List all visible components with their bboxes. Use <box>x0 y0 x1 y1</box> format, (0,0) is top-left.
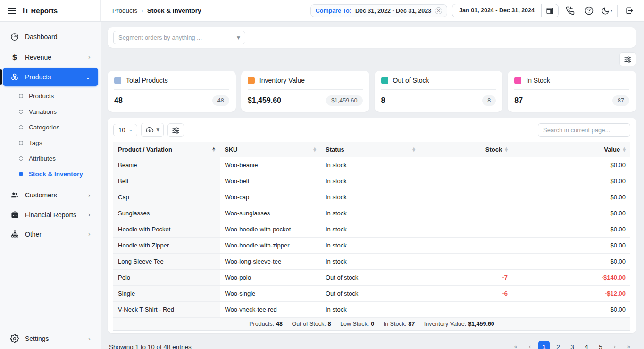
pagination-page-4[interactable]: 4 <box>581 341 592 349</box>
table-columns-button[interactable] <box>167 123 184 137</box>
pagination-first[interactable]: « <box>510 341 521 349</box>
sidebar-subitem-variations[interactable]: Variations <box>0 104 101 119</box>
segment-placeholder: Segment orders by anything ... <box>118 34 202 41</box>
column-header-product[interactable]: Product / Variation▲▼ <box>113 142 220 157</box>
cell-sku: Woo-sunglasses <box>220 205 321 221</box>
subitem-label: Categories <box>29 124 59 131</box>
cell-product: Polo <box>113 270 220 286</box>
cell-status: Out of stock <box>321 286 420 302</box>
export-button[interactable]: ▼ <box>141 123 164 137</box>
compare-clear-icon[interactable]: ✕ <box>435 7 442 14</box>
bullet-icon <box>19 94 23 98</box>
chevron-right-icon: › <box>88 53 91 60</box>
column-header-stock[interactable]: Stock▲▼ <box>420 142 512 157</box>
table-row[interactable]: Hoodie with Pocket Woo-hoodie-with-pocke… <box>113 221 630 238</box>
kpi-label: Total Products <box>126 77 168 84</box>
kpi-card-inventory-value[interactable]: Inventory Value $1,459.60 $1,459.60 <box>241 71 369 112</box>
sidebar-item-products[interactable]: Products ⌄ <box>3 68 98 86</box>
table-header-row: Product / Variation▲▼ SKU▲▼ Status▲▼ Sto… <box>113 142 630 157</box>
cell-sku: Woo-cap <box>220 189 321 205</box>
cell-sku: Woo-beanie <box>220 157 321 173</box>
sort-icon[interactable]: ▲▼ <box>623 147 626 152</box>
kpi-value: $1,459.60 <box>248 96 281 105</box>
date-presets-button[interactable] <box>542 4 559 17</box>
compare-to-range: Dec 31, 2022 - Dec 31, 2023 <box>355 8 431 14</box>
cell-product: Cap <box>113 189 220 205</box>
bullet-icon <box>19 110 23 114</box>
support-call-icon[interactable] <box>563 4 577 18</box>
sidebar-subitem-attributes[interactable]: Attributes <box>0 151 101 166</box>
column-header-status[interactable]: Status▲▼ <box>321 142 420 157</box>
chevron-down-icon: ⌄ <box>85 74 91 81</box>
pagination-next[interactable]: › <box>609 341 620 349</box>
table-row[interactable]: Belt Woo-belt In stock $0.00 <box>113 173 630 189</box>
table-row[interactable]: Single Woo-single Out of stock -6 -$12.0… <box>113 286 630 302</box>
sidebar-subitem-categories[interactable]: Categories <box>0 119 101 135</box>
theme-toggle[interactable]: ▾ <box>601 7 612 15</box>
date-range-picker[interactable]: Jan 01, 2024 - Dec 31, 2024 <box>452 4 542 17</box>
cell-sku: Woo-polo <box>220 270 321 286</box>
cloud-download-icon <box>145 126 154 134</box>
pagination-last[interactable]: » <box>623 341 635 349</box>
sidebar-item-financial-reports[interactable]: Financial Reports › <box>3 205 98 224</box>
cell-status: In stock <box>321 205 420 221</box>
chevron-right-icon: › <box>88 335 91 342</box>
app-title: iT Reports <box>23 7 58 15</box>
column-header-sku[interactable]: SKU▲▼ <box>220 142 321 157</box>
kpi-badge: $1,459.60 <box>326 95 363 106</box>
column-header-value[interactable]: Value▲▼ <box>512 142 630 157</box>
help-icon[interactable] <box>582 4 596 18</box>
cell-sku: Woo-vneck-tee-red <box>220 302 321 318</box>
pagination-page-5[interactable]: 5 <box>595 341 606 349</box>
sidebar-item-other[interactable]: Other › <box>3 225 98 243</box>
sidebar-item-revenue[interactable]: $ Revenue › <box>3 47 98 67</box>
cell-stock <box>420 238 512 254</box>
sort-icon[interactable]: ▲▼ <box>412 147 415 152</box>
table-row[interactable]: Sunglasses Woo-sunglasses In stock $0.00 <box>113 205 630 221</box>
segment-select[interactable]: Segment orders by anything ... ▼ <box>113 31 245 44</box>
sidebar-item-dashboard[interactable]: Dashboard <box>3 27 98 46</box>
kpi-card-out-of-stock[interactable]: Out of Stock 8 8 <box>375 71 503 112</box>
customers-icon <box>10 191 19 199</box>
sidebar-subitem-products[interactable]: Products <box>0 88 101 104</box>
cell-status: In stock <box>321 157 420 173</box>
sort-icon[interactable]: ▲▼ <box>505 147 508 152</box>
page-size-select[interactable]: 10 ⌄ <box>113 124 137 136</box>
table-row[interactable]: Long Sleeve Tee Woo-long-sleeve-tee In s… <box>113 254 630 270</box>
sidebar-subitem-tags[interactable]: Tags <box>0 135 101 151</box>
table-row[interactable]: Beanie Woo-beanie In stock $0.00 <box>113 157 630 173</box>
cell-stock: -7 <box>420 270 512 286</box>
compare-to-label: Compare To: <box>316 8 351 14</box>
pagination-page-2[interactable]: 2 <box>552 341 564 349</box>
cell-value: $0.00 <box>512 221 630 238</box>
menu-toggle-icon[interactable] <box>8 8 16 14</box>
cell-value: $0.00 <box>512 173 630 189</box>
table-row[interactable]: Hoodie with Zipper Woo-hoodie-with-zippe… <box>113 238 630 254</box>
sidebar-item-settings[interactable]: Settings › <box>3 329 98 348</box>
breadcrumb-parent[interactable]: Products <box>112 7 137 14</box>
customize-cards-button[interactable] <box>619 52 636 66</box>
table-row[interactable]: V-Neck T-Shirt - Red Woo-vneck-tee-red I… <box>113 302 630 318</box>
chevron-right-icon: › <box>88 211 91 218</box>
chevron-down-icon: ▼ <box>237 35 240 40</box>
sidebar-item-customers[interactable]: Customers › <box>3 186 98 204</box>
table-row[interactable]: Polo Woo-polo Out of stock -7 -$140.00 <box>113 270 630 286</box>
kpi-card-total-products[interactable]: Total Products 48 48 <box>108 71 236 112</box>
chevron-right-icon: › <box>88 230 91 238</box>
table-row[interactable]: Cap Woo-cap In stock $0.00 <box>113 189 630 205</box>
sort-icon[interactable]: ▲▼ <box>212 147 215 152</box>
sidebar-subitem-stock-inventory[interactable]: Stock & Inventory <box>0 166 101 182</box>
pagination-page-3[interactable]: 3 <box>567 341 578 349</box>
kpi-card-in-stock[interactable]: In Stock 87 87 <box>508 71 636 112</box>
cell-product: Single <box>113 286 220 302</box>
sort-icon[interactable]: ▲▼ <box>313 147 316 152</box>
sliders-icon <box>624 55 632 63</box>
compare-to-picker[interactable]: Compare To: Dec 31, 2022 - Dec 31, 2023 … <box>310 4 447 17</box>
logout-icon[interactable] <box>622 4 636 18</box>
cell-stock <box>420 205 512 221</box>
search-input[interactable] <box>538 123 630 137</box>
page-size-value: 10 <box>118 127 125 134</box>
chevron-down-icon: ▼ <box>156 128 159 132</box>
pagination-page-1[interactable]: 1 <box>538 341 550 349</box>
pagination-prev[interactable]: ‹ <box>524 341 535 349</box>
